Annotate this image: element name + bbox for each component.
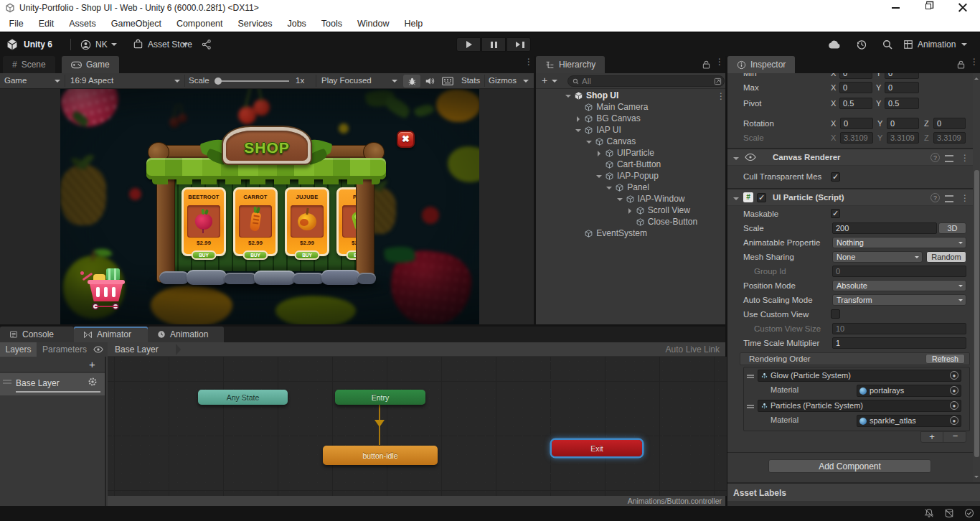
animator-state-any-state[interactable]: Any State: [198, 390, 288, 405]
layout-dropdown[interactable]: Animation: [918, 39, 956, 50]
foldout-closed-icon[interactable]: [628, 208, 634, 214]
vector-field-z[interactable]: 3.3109: [933, 132, 966, 144]
inspector-scrollbar[interactable]: [973, 73, 980, 482]
hierarchy-item-panel[interactable]: Panel: [536, 182, 725, 193]
add-particle-button[interactable]: +: [921, 432, 943, 442]
create-add-button[interactable]: +: [542, 75, 547, 86]
cull-transparent-mesh-checkbox[interactable]: ✓: [831, 172, 840, 182]
mesh-sharing-dropdown[interactable]: None: [832, 251, 923, 263]
game-panel-menu-icon[interactable]: ⋮: [524, 60, 532, 63]
animatable-propertie-dropdown[interactable]: Nothing: [832, 237, 966, 248]
material-field-portalrays[interactable]: portalrays●: [857, 385, 961, 397]
foldout-open-icon[interactable]: [617, 198, 623, 204]
layer-item-base-layer[interactable]: Base Layer: [0, 373, 105, 395]
scale-slider-knob[interactable]: [215, 78, 222, 85]
vector-field-z[interactable]: 0: [933, 118, 966, 129]
menu-file[interactable]: File: [1, 19, 31, 29]
scroll-up-arrow[interactable]: [974, 75, 979, 80]
animator-state-entry[interactable]: Entry: [335, 390, 425, 405]
scroll-down-arrow[interactable]: [974, 476, 979, 480]
particle-system-field-particles-particle-system[interactable]: Particles (Particle System)●: [758, 400, 961, 412]
hierarchy-item-shop-ui[interactable]: Shop UI⋮: [536, 90, 725, 101]
hierarchy-menu-icon[interactable]: ⋮: [715, 60, 722, 63]
object-picker-icon[interactable]: ●: [950, 401, 958, 410]
hierarchy-item-cart-button[interactable]: Cart-Button: [536, 159, 725, 170]
foldout-open-icon[interactable]: [606, 187, 612, 192]
vsync-keyboard-icon[interactable]: [442, 77, 453, 85]
maskable-checkbox[interactable]: ✓: [831, 209, 840, 218]
menu-help[interactable]: Help: [397, 19, 430, 29]
visibility-eye-icon[interactable]: [745, 153, 756, 161]
presets-icon[interactable]: [945, 195, 953, 202]
vector-field-x[interactable]: 0.5: [839, 98, 872, 109]
lock-icon[interactable]: [957, 60, 965, 69]
scale-field[interactable]: 200: [832, 222, 937, 234]
material-field-sparkle-atlas[interactable]: sparkle_atlas●: [857, 415, 961, 427]
cloud-icon[interactable]: [828, 39, 841, 50]
step-button[interactable]: [507, 37, 531, 52]
scene-picker-icon[interactable]: [714, 78, 722, 85]
stats-button[interactable]: Stats: [461, 76, 480, 85]
window-restore-button[interactable]: [925, 4, 931, 9]
vector-field-x[interactable]: 0: [840, 118, 873, 129]
breadcrumb-base-layer[interactable]: Base Layer: [115, 344, 159, 355]
cart-button[interactable]: [80, 268, 132, 313]
foldout-closed-icon[interactable]: [577, 116, 583, 122]
vector-field-y[interactable]: 0: [885, 73, 919, 79]
remove-particle-button[interactable]: −: [944, 432, 966, 442]
hierarchy-item-eventsystem[interactable]: EventSystem: [536, 227, 725, 239]
eye-icon[interactable]: [93, 346, 103, 353]
foldout-open-icon[interactable]: [575, 129, 581, 135]
scene-menu-icon[interactable]: ⋮: [717, 91, 725, 101]
tab-inspector[interactable]: Inspector: [727, 56, 795, 73]
progress-check-icon[interactable]: [964, 508, 974, 518]
list-drag-handle[interactable]: [747, 405, 754, 406]
tab-console[interactable]: Console: [0, 327, 74, 342]
lock-icon[interactable]: [702, 60, 710, 69]
tab-parameters[interactable]: Parameters: [37, 342, 92, 357]
menu-tools[interactable]: Tools: [314, 19, 349, 29]
version-control-icon[interactable]: [201, 39, 212, 50]
foldout-closed-icon[interactable]: [598, 151, 603, 156]
card-buy-button[interactable]: BUY: [243, 250, 268, 260]
display-dropdown[interactable]: Game: [4, 76, 27, 85]
component-header-canvas-renderer[interactable]: Canvas Renderer?⋮: [727, 149, 973, 166]
menu-gameobject[interactable]: GameObject: [103, 19, 169, 29]
hierarchy-item-canvas[interactable]: Canvas: [536, 136, 725, 147]
particle-system-field-glow-particle-system[interactable]: Glow (Particle System)●: [758, 370, 961, 382]
tab-animation[interactable]: Animation: [148, 327, 224, 342]
help-icon[interactable]: ?: [930, 153, 940, 162]
refresh-button[interactable]: Refresh: [925, 354, 965, 364]
vector-field-x[interactable]: 3.3109: [840, 132, 873, 144]
use-custom-view-checkbox[interactable]: [831, 309, 840, 319]
layer-settings-gear-icon[interactable]: [88, 377, 98, 387]
vector-field-y[interactable]: 0: [885, 82, 919, 93]
auto-live-link-button[interactable]: Auto Live Link: [666, 344, 720, 355]
tab-hierarchy[interactable]: Hierarchy: [536, 56, 605, 73]
auto-scaling-mode-dropdown[interactable]: Transform: [832, 294, 966, 306]
component-menu-icon[interactable]: ⋮: [961, 153, 969, 163]
menu-services[interactable]: Services: [230, 19, 280, 29]
hierarchy-item-uiparticle[interactable]: UIParticle: [536, 147, 725, 159]
presets-icon[interactable]: [945, 155, 953, 162]
hierarchy-item-main-camera[interactable]: Main Camera: [536, 101, 725, 113]
shop-card-carrot[interactable]: CARROT$2.99BUY: [233, 187, 278, 256]
menu-component[interactable]: Component: [169, 19, 230, 29]
hierarchy-item-close-button[interactable]: Close-Button: [536, 216, 725, 227]
hierarchy-item-bg-canvas[interactable]: BG Canvas: [536, 113, 725, 124]
component-header-ui-particle-script[interactable]: #✓UI Particle (Script)?⋮: [727, 189, 973, 206]
scale-slider[interactable]: [217, 80, 289, 82]
hierarchy-item-iap-ui[interactable]: IAP UI: [536, 124, 725, 136]
foldout-open-icon[interactable]: [596, 175, 602, 181]
mute-audio-icon[interactable]: [425, 76, 435, 86]
help-icon[interactable]: ?: [930, 193, 940, 202]
component-menu-icon[interactable]: ⋮: [961, 193, 969, 203]
object-picker-icon[interactable]: ●: [950, 416, 958, 425]
component-enabled-checkbox[interactable]: ✓: [757, 193, 766, 202]
hierarchy-search-input[interactable]: All: [567, 75, 725, 87]
vector-field-y[interactable]: 3.3109: [887, 132, 919, 144]
aspect-dropdown[interactable]: 16:9 Aspect: [70, 76, 113, 85]
pause-button[interactable]: [481, 37, 506, 52]
add-layer-button[interactable]: +: [89, 358, 95, 370]
layer-drag-handle[interactable]: [3, 380, 11, 381]
